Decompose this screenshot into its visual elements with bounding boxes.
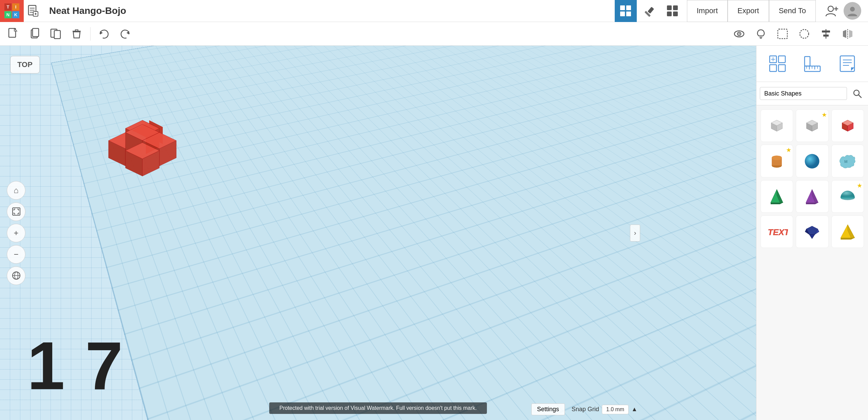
svg-rect-15 — [667, 12, 672, 16]
svg-text:M: M — [844, 159, 848, 163]
canvas-number-1: 1 — [27, 332, 65, 400]
snap-arrow-icon: ▲ — [631, 406, 637, 413]
tool-group-view — [729, 24, 858, 44]
add-user-button[interactable] — [823, 2, 840, 20]
panel-collapse-button[interactable]: › — [630, 225, 640, 241]
settings-button[interactable]: Settings — [531, 403, 565, 415]
svg-text:TEXT: TEXT — [768, 228, 788, 237]
main-canvas[interactable]: TOP — [0, 46, 756, 420]
3d-object[interactable] — [88, 113, 190, 203]
svg-rect-14 — [673, 5, 678, 10]
svg-rect-23 — [33, 28, 39, 37]
export-button[interactable]: Export — [728, 0, 769, 22]
perspective-button[interactable] — [7, 266, 25, 285]
ruler-panel-button[interactable] — [801, 52, 824, 76]
select-tool[interactable] — [772, 24, 793, 44]
svg-rect-75 — [770, 65, 776, 71]
svg-marker-112 — [771, 203, 783, 204]
shape-search-button[interactable] — [850, 86, 865, 101]
svg-rect-38 — [823, 35, 829, 37]
hammer-button[interactable] — [638, 0, 660, 22]
snap-control: Snap Grid 1.0 mm ▲ — [572, 405, 637, 414]
delete-button[interactable] — [66, 24, 87, 44]
canvas-numbers: 1 7 — [27, 332, 123, 400]
svg-rect-85 — [805, 57, 810, 66]
shape-box-gray[interactable] — [761, 109, 793, 142]
svg-marker-122 — [809, 234, 815, 238]
shape-pyramid-green[interactable] — [761, 180, 793, 213]
svg-rect-37 — [822, 30, 830, 33]
send-to-button[interactable]: Send To — [769, 0, 816, 22]
undo-button[interactable] — [94, 24, 114, 44]
shape-text-red[interactable]: TEXT — [761, 215, 793, 248]
user-avatar[interactable] — [844, 2, 861, 20]
logo-n: N — [4, 11, 12, 18]
shape-search-row: Basic Shapes — [756, 82, 868, 105]
workplane — [51, 46, 756, 420]
svg-marker-28 — [126, 31, 129, 35]
user-area — [816, 2, 868, 20]
document-icon[interactable] — [24, 0, 42, 22]
shape-box-gray2[interactable]: ★ — [796, 109, 828, 142]
toolbar-separator-1 — [90, 27, 91, 41]
svg-marker-125 — [841, 238, 854, 239]
fit-view-button[interactable] — [7, 202, 25, 221]
shape-sphere[interactable] — [796, 145, 828, 177]
svg-marker-40 — [843, 30, 846, 38]
circle-tool[interactable] — [794, 24, 814, 44]
mirror-tool[interactable] — [837, 24, 858, 44]
svg-marker-41 — [849, 30, 852, 38]
new-button[interactable] — [3, 24, 24, 44]
view-label-top: TOP — [10, 56, 40, 74]
align-tool[interactable] — [816, 24, 836, 44]
svg-rect-79 — [805, 66, 820, 71]
redo-button[interactable] — [115, 24, 135, 44]
action-buttons: Import Export Send To — [687, 0, 816, 22]
svg-rect-61 — [13, 208, 20, 215]
top-nav: T I N K Neat Hango-Bojo — [0, 0, 868, 22]
grid-view-button[interactable] — [615, 0, 637, 22]
shape-text[interactable]: M — [831, 145, 864, 177]
logo-t: T — [4, 3, 12, 10]
svg-line-92 — [859, 95, 861, 98]
svg-point-35 — [800, 29, 809, 38]
svg-rect-8 — [626, 5, 631, 10]
svg-rect-34 — [778, 29, 787, 39]
duplicate-button[interactable] — [45, 24, 66, 44]
import-button[interactable]: Import — [687, 0, 728, 22]
logo-i: I — [12, 3, 19, 10]
shape-half-sphere[interactable]: ★ — [831, 180, 864, 213]
bottom-controls: Settings Snap Grid 1.0 mm ▲ — [531, 403, 637, 415]
home-view-button[interactable]: ⌂ — [7, 181, 25, 200]
shape-pyramid-yellow[interactable] — [831, 215, 864, 248]
shape-pyramid-purple[interactable] — [796, 180, 828, 213]
shape-box-red[interactable] — [831, 109, 864, 142]
left-controls: ⌂ + − — [7, 181, 25, 285]
svg-point-20 — [850, 7, 855, 12]
right-panel: Basic Shapes ★ — [756, 46, 868, 420]
tinkercad-logo[interactable]: T I N K — [0, 0, 24, 22]
notes-panel-button[interactable] — [835, 52, 859, 76]
svg-rect-16 — [673, 12, 678, 16]
shape-gem[interactable] — [796, 215, 828, 248]
shape-category-dropdown[interactable]: Basic Shapes — [760, 87, 847, 100]
shape-cylinder[interactable]: ★ — [761, 145, 793, 177]
zoom-out-button[interactable]: − — [7, 245, 25, 264]
blocks-button[interactable] — [662, 0, 684, 22]
svg-rect-9 — [620, 12, 625, 16]
svg-rect-10 — [626, 12, 631, 16]
copy-button[interactable] — [24, 24, 45, 44]
snap-value[interactable]: 1.0 mm — [602, 405, 629, 414]
zoom-in-button[interactable]: + — [7, 224, 25, 242]
grid-panel-button[interactable] — [766, 52, 789, 76]
logo-k: K — [12, 11, 19, 18]
eye-tool[interactable] — [729, 24, 749, 44]
snap-label: Snap Grid — [572, 406, 599, 413]
svg-marker-115 — [806, 203, 818, 204]
svg-rect-76 — [778, 65, 785, 71]
lightbulb-tool[interactable] — [751, 24, 771, 44]
svg-rect-25 — [54, 30, 60, 39]
svg-rect-13 — [667, 5, 672, 10]
svg-marker-27 — [100, 31, 103, 35]
svg-rect-11 — [648, 7, 654, 14]
